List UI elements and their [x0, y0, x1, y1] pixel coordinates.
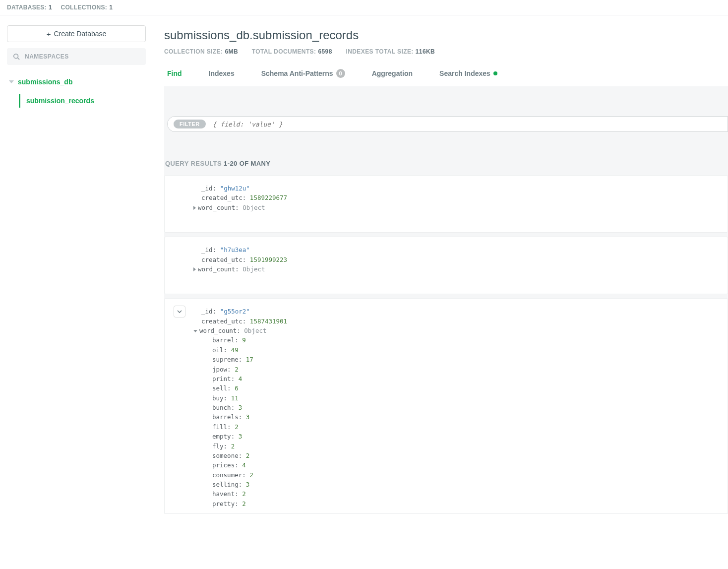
word-count-entry: fly: 2: [174, 442, 719, 451]
word-count-entry: pretty: 2: [174, 499, 719, 508]
plus-icon: +: [47, 30, 51, 38]
word-count-entry: print: 4: [174, 374, 719, 383]
databases-count: 1: [49, 4, 52, 11]
tab-indexes[interactable]: Indexes: [209, 66, 235, 86]
word-count-entry: selling: 3: [174, 480, 719, 489]
databases-label: DATABASES:: [7, 4, 47, 11]
collection-meta: COLLECTION SIZE:6MB TOTAL DOCUMENTS:6598…: [164, 48, 728, 55]
field-word-count[interactable]: word_count: Object: [174, 326, 719, 335]
collections-count: 1: [109, 4, 113, 11]
field-id: _id: "h7u3ea": [174, 245, 719, 254]
sidebar: + Create Database NAMESPACES submissions…: [0, 15, 153, 566]
word-count-entry: fill: 2: [174, 422, 719, 432]
namespace-tree: submissions_db submission_records: [7, 75, 146, 108]
field-word-count[interactable]: word_count: Object: [174, 203, 719, 212]
word-count-entry: jpow: 2: [174, 365, 719, 374]
page-title: submissions_db.submission_records: [164, 28, 728, 42]
document-card[interactable]: _id: "g55or2"created_utc: 1587431901word…: [164, 298, 728, 514]
sidebar-database-item[interactable]: submissions_db: [8, 75, 146, 89]
filter-input[interactable]: [213, 121, 722, 128]
namespaces-search[interactable]: NAMESPACES: [7, 48, 146, 65]
filter-area: FILTER: [164, 86, 728, 142]
status-bar: DATABASES:1 COLLECTIONS:1: [0, 0, 728, 15]
word-count-entry: consumer: 2: [174, 470, 719, 480]
word-count-entry: buy: 11: [174, 393, 719, 403]
word-count-entry: barrel: 9: [174, 335, 719, 345]
field-created-utc: created_utc: 1587431901: [174, 316, 719, 326]
word-count-entry: bunch: 3: [174, 403, 719, 412]
caret-down-icon: [9, 80, 14, 83]
svg-line-1: [18, 58, 20, 60]
coll-size-value: 6MB: [225, 48, 238, 55]
field-id: _id: "g55or2": [174, 307, 719, 316]
query-results-label: QUERY RESULTS 1-20 OF MANY: [165, 160, 728, 167]
tab-aggregation[interactable]: Aggregation: [372, 66, 413, 86]
idx-size-value: 116KB: [416, 48, 435, 55]
content-area: submissions_db.submission_records COLLEC…: [153, 15, 728, 566]
document-card[interactable]: _id: "h7u3ea"created_utc: 1591999223word…: [164, 237, 728, 294]
word-count-entry: supreme: 17: [174, 355, 719, 364]
total-docs-label: TOTAL DOCUMENTS:: [252, 48, 316, 55]
collapse-document-button[interactable]: [174, 306, 185, 317]
collection-name: submission_records: [26, 97, 94, 105]
coll-size-label: COLLECTION SIZE:: [164, 48, 223, 55]
tabs: Find Indexes Schema Anti-Patterns 0 Aggr…: [164, 66, 728, 86]
total-docs-value: 6598: [318, 48, 332, 55]
word-count-entry: havent: 2: [174, 489, 719, 499]
caret-right-icon: [193, 206, 196, 210]
svg-point-0: [14, 54, 18, 59]
caret-down-icon: [193, 330, 197, 332]
word-count-entry: barrels: 3: [174, 412, 719, 422]
filter-bar[interactable]: FILTER: [167, 116, 728, 132]
database-name: submissions_db: [18, 78, 72, 86]
word-count-entry: empty: 3: [174, 432, 719, 441]
word-count-entry: someone: 2: [174, 451, 719, 460]
field-id: _id: "ghw12u": [174, 184, 719, 193]
tab-search-indexes[interactable]: Search Indexes: [439, 66, 497, 86]
collections-label: COLLECTIONS:: [61, 4, 108, 11]
create-database-label: Create Database: [54, 30, 106, 38]
sidebar-collection-item[interactable]: submission_records: [19, 94, 146, 108]
search-icon: [13, 53, 20, 60]
word-count-entry: sell: 6: [174, 383, 719, 393]
caret-right-icon: [193, 267, 196, 271]
create-database-button[interactable]: + Create Database: [7, 25, 146, 42]
tab-find[interactable]: Find: [167, 66, 182, 86]
field-word-count[interactable]: word_count: Object: [174, 264, 719, 274]
field-created-utc: created_utc: 1591999223: [174, 255, 719, 264]
results-area: QUERY RESULTS 1-20 OF MANY _id: "ghw12u"…: [164, 142, 728, 514]
document-card[interactable]: _id: "ghw12u"created_utc: 1589229677word…: [164, 175, 728, 233]
status-dot-icon: [493, 71, 497, 75]
field-created-utc: created_utc: 1589229677: [174, 193, 719, 202]
idx-size-label: INDEXES TOTAL SIZE:: [346, 48, 413, 55]
word-count-entry: oil: 49: [174, 345, 719, 355]
tab-schema-anti-patterns[interactable]: Schema Anti-Patterns 0: [261, 66, 345, 86]
word-count-entry: prices: 4: [174, 460, 719, 470]
namespaces-label: NAMESPACES: [25, 53, 69, 60]
filter-chip: FILTER: [174, 120, 206, 128]
schema-badge: 0: [336, 69, 345, 78]
